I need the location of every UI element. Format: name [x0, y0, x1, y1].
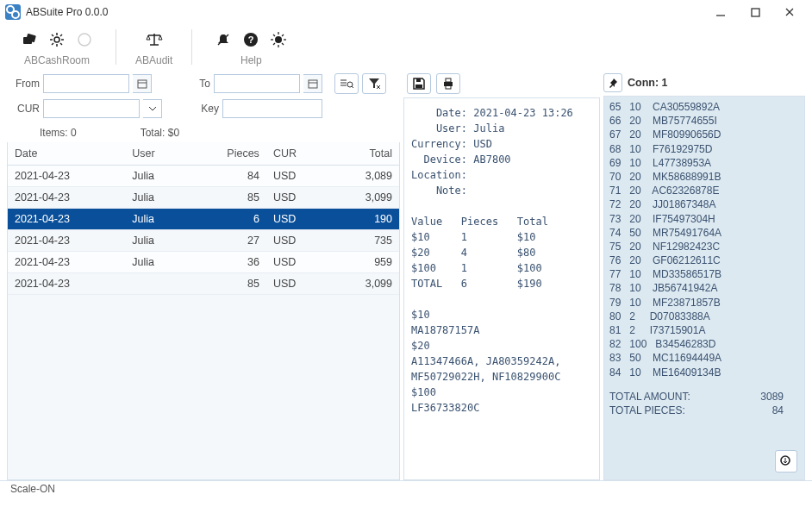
toolbar-group-cashroom: ABCashRoom [17, 28, 97, 66]
conn-line: 65 10 CA30559892A [609, 100, 799, 114]
conn-line: 71 20 AC62326878E [609, 184, 799, 197]
scale-icon [146, 31, 163, 48]
col-user[interactable]: User [125, 142, 187, 166]
records-grid[interactable]: Date User Pieces CUR Total 2021-04-23Jul… [7, 142, 400, 480]
svg-point-15 [78, 34, 91, 46]
app-logo-icon [5, 4, 21, 20]
svg-line-13 [60, 34, 62, 36]
pin-icon [607, 77, 619, 89]
conn-line: 68 10 F76192975D [609, 142, 799, 156]
svg-rect-33 [309, 80, 317, 88]
maximize-icon [751, 8, 760, 17]
search-button[interactable] [334, 73, 359, 94]
status-bar: Scale-ON [0, 480, 812, 499]
clear-filter-button[interactable] [362, 73, 386, 94]
conn-line: 67 20 MF80990656D [609, 128, 799, 141]
conn-line: 79 10 MF23871857B [609, 296, 799, 310]
cashroom-cards-button[interactable] [17, 28, 41, 52]
total-pieces-label: TOTAL PIECES: [609, 404, 685, 417]
from-date-input[interactable] [43, 74, 129, 93]
toolbar-cashroom-label: ABCashRoom [17, 54, 97, 66]
question-icon: ? [243, 32, 259, 47]
svg-point-6 [54, 37, 59, 42]
conn-line: 73 20 IF75497304H [609, 212, 799, 226]
key-input[interactable] [222, 99, 322, 118]
svg-line-29 [282, 34, 284, 36]
svg-rect-43 [416, 78, 421, 82]
table-row[interactable]: 2021-04-23Julia36USD959 [8, 252, 399, 273]
conn-line: 66 20 MB75774655I [609, 114, 799, 128]
conn-line: 83 50 MC11694449A [609, 351, 799, 365]
col-cur[interactable]: CUR [266, 142, 329, 166]
conn-line: 80 2 D07083388A [609, 310, 799, 323]
calendar-icon [137, 78, 147, 89]
cashroom-disabled-button [72, 28, 97, 52]
pin-button[interactable] [603, 73, 622, 92]
svg-rect-45 [446, 78, 451, 82]
col-pieces[interactable]: Pieces [188, 142, 266, 166]
conn-line: 69 10 L47738953A [609, 156, 799, 170]
items-summary: Items: 0 [40, 127, 77, 139]
chevron-down-icon [148, 104, 157, 113]
from-date-picker-button[interactable] [133, 74, 152, 93]
svg-line-30 [273, 43, 275, 45]
notifications-button[interactable] [211, 28, 235, 52]
toolbar-help-label: Help [211, 54, 290, 66]
total-amount-label: TOTAL AMOUNT: [609, 390, 690, 404]
svg-rect-31 [138, 80, 147, 88]
cards-icon [22, 32, 37, 47]
table-row[interactable]: 2021-04-23Julia27USD735 [8, 230, 399, 252]
close-icon [784, 7, 795, 17]
save-button[interactable] [407, 73, 431, 94]
conn-line: 70 20 MK58688991B [609, 170, 799, 184]
conn-line: 76 20 GF06212611C [609, 254, 799, 267]
to-date-input[interactable] [214, 74, 300, 93]
funnel-x-icon [368, 78, 380, 90]
minimize-icon [715, 7, 726, 17]
svg-rect-42 [415, 84, 422, 88]
total-amount-value: 3089 [760, 390, 784, 404]
calendar-icon [308, 78, 318, 89]
conn-line: 77 10 MD33586517B [609, 267, 799, 281]
theme-button[interactable] [266, 28, 290, 52]
globe-icon [77, 32, 92, 47]
close-button[interactable] [772, 0, 807, 24]
conn-line: 72 20 JJ01867348A [609, 197, 799, 211]
table-row[interactable]: 2021-04-23Julia85USD3,099 [8, 187, 399, 209]
toolbar-audit-label: ABAudit [135, 54, 172, 66]
toolbar-group-audit: ABAudit [135, 28, 172, 66]
conn-line: 75 20 NF12982423C [609, 240, 799, 254]
search-list-icon [340, 78, 353, 90]
detail-panel: Date: 2021-04-23 13:26 User: Julia Curre… [403, 97, 600, 480]
main-toolbar: ABCashRoom ABAudit ? Help [0, 24, 812, 68]
svg-point-22 [275, 36, 282, 43]
cur-dropdown-button[interactable] [143, 99, 162, 118]
table-row[interactable]: 2021-04-23Julia6USD190 [8, 209, 399, 230]
key-label: Key [195, 103, 219, 115]
to-date-picker-button[interactable] [303, 74, 322, 93]
sun-icon [271, 32, 286, 47]
conn-line: 81 2 I73715901A [609, 323, 799, 337]
svg-line-39 [352, 86, 353, 88]
conn-panel[interactable]: 65 10 CA30559892A66 20 MB75774655I67 20 … [603, 96, 805, 480]
conn-search-button[interactable] [775, 450, 797, 473]
title-bar: ABSuite Pro 0.0.0 [0, 0, 812, 24]
col-total[interactable]: Total [329, 142, 399, 166]
print-button[interactable] [436, 73, 460, 94]
help-button[interactable]: ? [239, 28, 263, 52]
col-date[interactable]: Date [8, 142, 125, 166]
cashroom-settings-button[interactable] [45, 28, 69, 52]
conn-line: 78 10 JB56741942A [609, 281, 799, 295]
cur-select[interactable] [43, 99, 140, 118]
audit-button[interactable] [142, 28, 166, 52]
search-arrow-icon [779, 454, 793, 468]
svg-text:?: ? [248, 34, 254, 45]
svg-rect-1 [752, 9, 759, 16]
table-row[interactable]: 2021-04-23Julia84USD3,089 [8, 166, 399, 187]
svg-line-12 [60, 43, 62, 45]
maximize-button[interactable] [738, 0, 772, 24]
conn-line: 82 100 B34546283D [609, 337, 799, 351]
minimize-button[interactable] [703, 0, 738, 24]
table-row[interactable]: 2021-04-2385USD3,099 [8, 273, 399, 295]
svg-line-27 [273, 34, 275, 36]
